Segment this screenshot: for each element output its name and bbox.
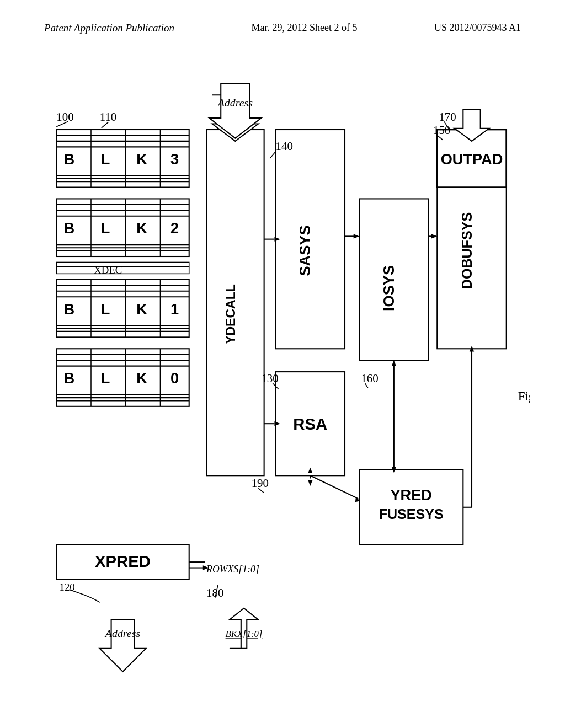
svg-text:160: 160 [361, 372, 378, 385]
svg-text:0: 0 [170, 370, 179, 387]
svg-line-121 [310, 475, 358, 499]
patent-diagram: XPRED 120 Address 100 110 B L K 3 [33, 66, 530, 700]
svg-text:XPRED: XPRED [95, 553, 151, 570]
diagram-svg: XPRED 120 Address 100 110 B L K 3 [33, 66, 530, 700]
svg-text:OUTPAD: OUTPAD [441, 151, 503, 168]
svg-text:FUSESYS: FUSESYS [379, 506, 444, 522]
svg-text:100: 100 [56, 110, 73, 124]
svg-marker-101 [455, 109, 489, 141]
header-patent-number: US 2012/0075943 A1 [434, 22, 521, 34]
svg-text:1: 1 [170, 301, 179, 318]
header-date-sheet: Mar. 29, 2012 Sheet 2 of 5 [252, 22, 358, 34]
svg-text:Fig. 2: Fig. 2 [518, 389, 530, 403]
svg-text:IOSYS: IOSYS [380, 265, 397, 311]
header-publication-label: Patent Application Publication [44, 22, 174, 34]
svg-marker-96 [431, 234, 437, 238]
svg-text:110: 110 [100, 110, 117, 124]
svg-text:YDECALL: YDECALL [223, 284, 238, 344]
svg-text:130: 130 [261, 372, 278, 385]
svg-text:DOBUFSYS: DOBUFSYS [459, 212, 475, 289]
svg-text:K: K [136, 220, 147, 237]
svg-text:YRED: YRED [390, 486, 432, 504]
svg-text:Address: Address [104, 627, 141, 639]
svg-marker-106 [392, 360, 396, 366]
svg-text:L: L [101, 220, 110, 237]
svg-text:B: B [63, 151, 74, 168]
svg-text:2: 2 [170, 220, 179, 237]
svg-text:140: 140 [276, 140, 293, 153]
svg-text:120: 120 [60, 581, 75, 593]
svg-text:RSA: RSA [293, 415, 327, 433]
svg-rect-38 [56, 262, 189, 274]
svg-text:B: B [63, 301, 74, 318]
svg-text:Address: Address [217, 97, 253, 109]
svg-text:L: L [101, 370, 110, 387]
svg-text:XDEC: XDEC [94, 264, 122, 276]
page-header: Patent Application Publication Mar. 29, … [0, 22, 565, 34]
svg-text:B: B [63, 370, 74, 387]
svg-text:SASYS: SASYS [296, 225, 313, 276]
svg-text:BKX[1:0]: BKX[1:0] [226, 629, 263, 639]
svg-text:L: L [101, 151, 110, 168]
svg-text:K: K [136, 301, 147, 318]
svg-line-74 [270, 152, 275, 159]
svg-text:ROWXS[1:0]: ROWXS[1:0] [206, 564, 259, 575]
svg-marker-125 [308, 480, 312, 486]
svg-marker-124 [308, 468, 312, 473]
svg-text:3: 3 [170, 151, 179, 168]
svg-text:190: 190 [252, 477, 269, 490]
svg-marker-78 [274, 237, 280, 241]
svg-marker-84 [274, 421, 280, 426]
svg-text:170: 170 [439, 110, 456, 124]
svg-text:B: B [63, 220, 74, 237]
svg-text:K: K [136, 370, 147, 387]
svg-marker-88 [354, 234, 359, 238]
svg-text:K: K [136, 151, 147, 168]
svg-text:150: 150 [433, 124, 450, 137]
svg-text:L: L [101, 301, 110, 318]
